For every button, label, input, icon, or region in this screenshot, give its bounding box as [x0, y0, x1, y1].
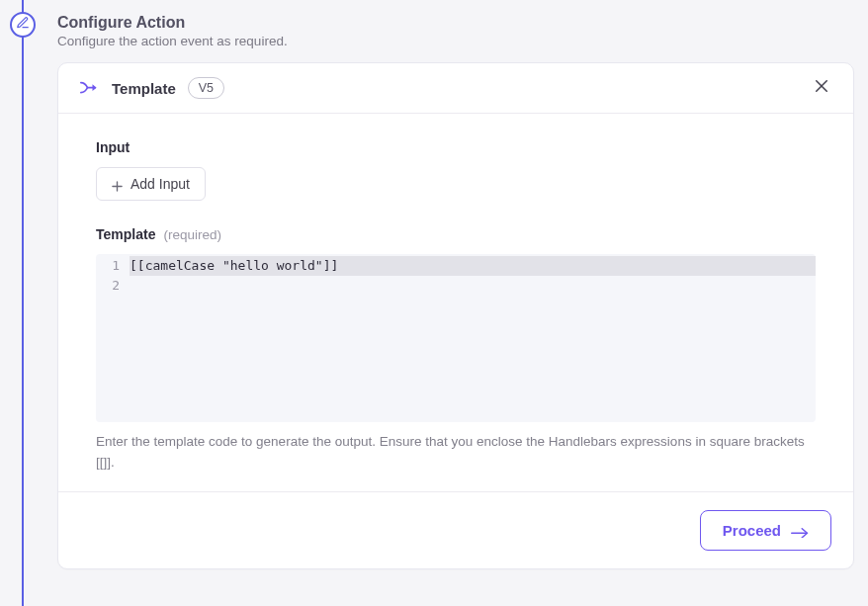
timeline-line — [22, 0, 24, 606]
proceed-label: Proceed — [723, 522, 781, 539]
card-body: Input Add Input Template — [58, 114, 853, 491]
template-label: Template — [96, 226, 155, 242]
template-required: (required) — [163, 227, 221, 242]
code-line: 1 [[camelCase "hello world"]] — [96, 256, 816, 276]
close-button[interactable] — [812, 78, 831, 98]
content-area: Configure Action Configure the action ev… — [24, 0, 868, 583]
add-input-label: Add Input — [130, 176, 190, 192]
page-container: Configure Action Configure the action ev… — [0, 0, 868, 606]
input-label: Input — [96, 139, 816, 155]
code-line: 2 — [96, 276, 816, 296]
add-input-button[interactable]: Add Input — [96, 167, 206, 201]
plus-icon — [112, 179, 123, 190]
section-subtitle: Configure the action event as required. — [57, 34, 854, 48]
code-content — [130, 276, 816, 296]
version-pill[interactable]: V5 — [188, 77, 224, 99]
code-content: [[camelCase "hello world"]] — [130, 256, 816, 276]
merge-icon — [80, 80, 100, 96]
action-card: Template V5 Input — [57, 62, 854, 569]
code-editor[interactable]: 1 [[camelCase "hello world"]] 2 — [96, 254, 816, 422]
pencil-icon — [16, 16, 30, 34]
card-title: Template — [112, 80, 176, 97]
input-field-block: Input Add Input — [96, 139, 816, 201]
line-number: 2 — [96, 276, 130, 296]
line-number: 1 — [96, 256, 130, 276]
template-helper-text: Enter the template code to generate the … — [96, 432, 816, 474]
section-title: Configure Action — [57, 14, 854, 32]
card-header: Template V5 — [58, 63, 853, 114]
arrow-right-icon — [791, 524, 809, 536]
template-field-block: Template (required) 1 [[camelCase "hello… — [96, 226, 816, 474]
card-footer: Proceed — [58, 491, 853, 568]
card-header-left: Template V5 — [80, 77, 224, 99]
template-label-row: Template (required) — [96, 226, 816, 242]
step-badge — [10, 12, 36, 38]
close-icon — [813, 77, 830, 99]
proceed-button[interactable]: Proceed — [700, 510, 831, 551]
